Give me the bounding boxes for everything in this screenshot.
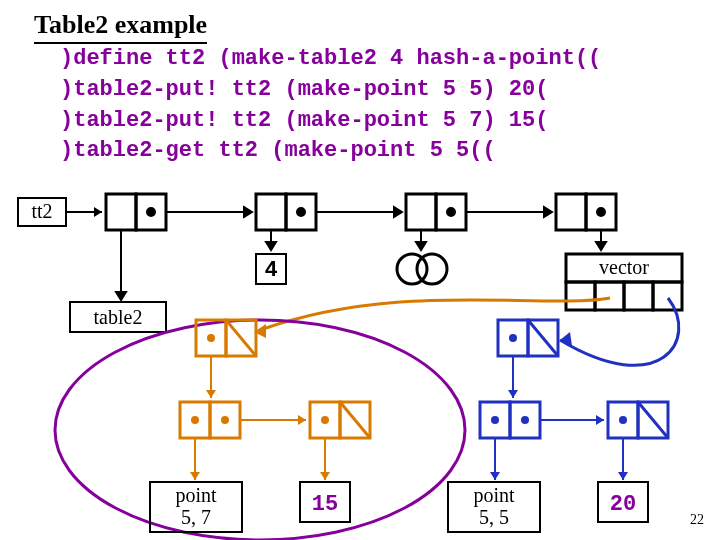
- svg-point-31: [417, 254, 447, 284]
- svg-point-40: [55, 320, 465, 540]
- svg-point-18: [297, 208, 305, 216]
- code-block: )define tt2 (make-table2 4 hash-a-point(…: [60, 44, 601, 167]
- svg-marker-82: [618, 472, 628, 480]
- svg-rect-33: [566, 282, 595, 310]
- svg-marker-60: [320, 472, 330, 480]
- code-line-1: )define tt2 (make-table2 4 hash-a-point(…: [60, 46, 601, 71]
- svg-marker-12: [244, 207, 252, 217]
- svg-line-73: [638, 402, 668, 438]
- svg-point-53: [221, 416, 229, 424]
- svg-rect-35: [624, 282, 653, 310]
- vector-label: vector: [599, 256, 649, 278]
- svg-marker-56: [298, 415, 306, 425]
- svg-marker-16: [544, 207, 552, 217]
- svg-point-74: [491, 416, 499, 424]
- svg-marker-80: [490, 472, 500, 480]
- svg-line-51: [340, 402, 370, 438]
- point57a: point: [175, 484, 217, 507]
- page-number: 22: [690, 512, 704, 528]
- diagram-svg: tt2 4: [0, 180, 720, 540]
- svg-marker-78: [596, 415, 604, 425]
- svg-marker-24: [266, 242, 276, 250]
- svg-marker-68: [508, 390, 518, 398]
- svg-rect-7: [406, 194, 436, 230]
- twenty-label: 20: [610, 492, 636, 517]
- svg-rect-36: [653, 282, 682, 310]
- code-line-2: )table2-put! tt2 (make-point 5 5) 20(: [60, 77, 548, 102]
- svg-point-76: [619, 416, 627, 424]
- svg-point-66: [509, 334, 517, 342]
- svg-marker-58: [190, 472, 200, 480]
- tt2-label: tt2: [31, 200, 52, 222]
- svg-marker-46: [206, 390, 216, 398]
- svg-marker-22: [116, 292, 126, 300]
- svg-line-43: [226, 320, 256, 356]
- svg-rect-3: [106, 194, 136, 230]
- svg-point-52: [191, 416, 199, 424]
- svg-point-20: [597, 208, 605, 216]
- svg-rect-34: [595, 282, 624, 310]
- svg-point-44: [207, 334, 215, 342]
- svg-marker-28: [596, 242, 606, 250]
- svg-point-19: [447, 208, 455, 216]
- table2-label: table2: [94, 306, 143, 328]
- svg-rect-5: [256, 194, 286, 230]
- svg-rect-9: [556, 194, 586, 230]
- point55a: point: [473, 484, 515, 507]
- fifteen-label: 15: [312, 492, 338, 517]
- svg-line-65: [528, 320, 558, 356]
- point55b: 5, 5: [479, 506, 509, 528]
- svg-marker-14: [394, 207, 402, 217]
- svg-point-54: [321, 416, 329, 424]
- code-line-3: )table2-put! tt2 (make-point 5 7) 15(: [60, 108, 548, 133]
- point57b: 5, 7: [181, 506, 211, 528]
- code-line-4: )table2-get tt2 (make-point 5 5((: [60, 138, 496, 163]
- svg-marker-26: [416, 242, 426, 250]
- four-label: 4: [264, 258, 277, 283]
- svg-point-75: [521, 416, 529, 424]
- svg-point-17: [147, 208, 155, 216]
- slide: Table2 example )define tt2 (make-table2 …: [0, 0, 720, 540]
- slide-title: Table2 example: [34, 10, 207, 44]
- svg-marker-2: [94, 207, 102, 217]
